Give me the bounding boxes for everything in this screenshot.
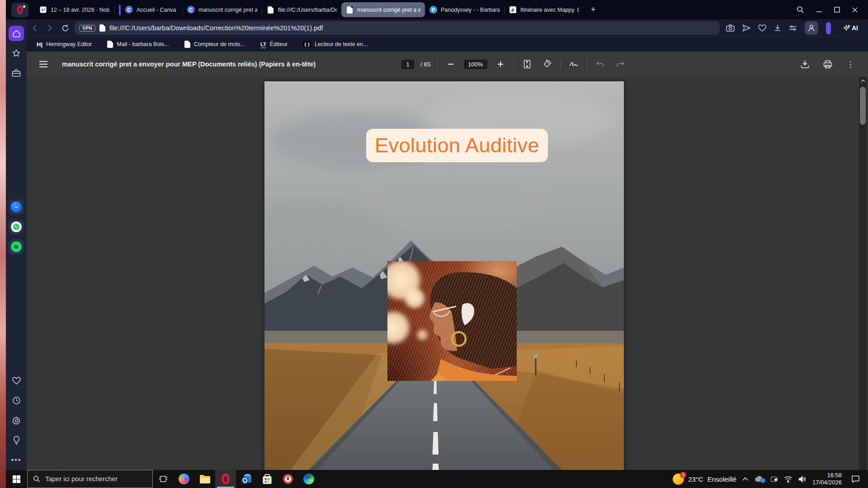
forward-button[interactable] [42,21,57,35]
tab-group-indicator [119,5,121,15]
cover-title: Evolution Auditive [375,134,539,157]
new-tab-button[interactable]: + [587,4,599,16]
task-view-icon[interactable] [153,470,174,488]
menu-icon[interactable] [37,57,50,71]
pdf-document-title: manuscrit corrigé pret a envoyer pour ME… [62,61,316,68]
page-total-label: / 65 [420,61,431,68]
action-center-icon[interactable] [848,475,863,483]
bookmarks-bar: H| Hemingway Editor Mail - barbara Bois.… [27,37,868,52]
camera-icon[interactable] [726,24,735,32]
rotate-icon[interactable] [540,57,554,71]
maximize-button[interactable] [834,7,840,13]
zoom-level-display: 100% [464,60,487,69]
tab-file-pdf[interactable]: file:///C:/Users/barba/Dow [262,2,341,17]
outlook-icon[interactable] [236,470,257,488]
bookmark-hemingway[interactable]: H| Hemingway Editor [37,41,92,48]
tab-mappy[interactable]: Itinéraire avec Mappy. Co [505,2,584,17]
messenger-icon[interactable] [9,199,24,215]
mappy-icon [509,6,517,14]
redo-icon[interactable] [613,57,627,71]
vpn-badge[interactable]: VPN [79,25,95,32]
opera-menu-button[interactable] [11,3,28,17]
scrollbar[interactable] [859,77,867,470]
history-icon[interactable] [9,393,24,408]
bookmark-lecteur[interactable]: { } Lecteur de texte en... [303,41,368,47]
scroll-up-arrow[interactable] [859,78,867,84]
bookmark-mail[interactable]: Mail - barbara Bois... [107,41,169,48]
wifi-icon[interactable] [784,476,793,483]
home-icon[interactable] [9,26,24,41]
heart-icon[interactable] [9,373,24,388]
zoom-in-button[interactable] [494,57,507,71]
copilot-icon[interactable] [174,470,194,488]
onedrive-icon[interactable]: i [754,476,764,482]
spotify-icon[interactable] [9,239,24,254]
clock-date: 17/04/2026 [812,479,842,486]
weather-condition: Ensoleillé [708,475,736,483]
lightbulb-icon[interactable] [9,432,24,448]
opera-icon[interactable] [215,470,236,488]
address-bar-row: VPN file:///C:/Users/barba/Downloads/Cor… [27,19,868,37]
bookmark-compteur[interactable]: Compteur de mots... [184,41,245,48]
desktop-wallpaper-strip [0,0,6,488]
clock-time: 16:58 [812,472,842,479]
scrollbar-thumb[interactable] [860,87,866,125]
cover-title-box: Evolution Auditive [366,129,548,162]
bookmark-editeur[interactable]: LT Éditeur [260,41,288,47]
more-dots-icon[interactable]: ••• [9,452,24,468]
aria-ai-button[interactable]: AI [839,22,863,34]
page-number-input[interactable]: 1 [401,60,414,69]
languagetool-icon: LT [260,42,266,47]
tab-manuscrit-active[interactable]: manuscrit corrigé pret a e [341,2,425,17]
pdf-content-area: Evolution Auditive [27,77,868,470]
tab-strip: 17 12 – 18 avr. 2026 · Notion C Accueil … [6,0,868,19]
settings-icon[interactable] [9,413,24,428]
close-button[interactable] [852,7,858,13]
chevron-up-icon[interactable] [742,477,748,481]
notion-calendar-icon: 17 [39,6,47,14]
start-button[interactable] [6,470,27,488]
purple-extension-icon[interactable] [826,22,831,34]
clock[interactable]: 16:58 17/04/2026 [812,472,842,486]
url-text[interactable]: file:///C:/Users/barba/Downloads/Correct… [109,24,715,32]
back-button[interactable] [27,21,42,35]
pdf-page: Evolution Auditive [264,81,624,470]
weather-widget[interactable]: 3 23°C Ensoleillé [673,474,736,485]
panodyssey-icon: P [429,6,437,14]
send-icon[interactable] [742,24,750,32]
file-icon [99,24,105,32]
tab-panodyssey[interactable]: P Panodyssey - - Barbara W [425,2,504,17]
heart-icon[interactable] [758,24,766,32]
undo-icon[interactable] [594,57,607,71]
reload-button[interactable] [57,21,73,35]
file-icon [107,41,113,48]
print-icon[interactable] [821,57,835,71]
download-icon[interactable] [798,57,812,71]
tab-canva-home[interactable]: C Accueil - Canva [114,2,182,17]
volume-icon[interactable] [798,476,807,483]
tab-notion[interactable]: 17 12 – 18 avr. 2026 · Notion [35,2,114,17]
minimize-button[interactable] [816,7,822,13]
store-icon[interactable] [257,470,278,488]
fit-page-icon[interactable] [520,57,534,71]
briefcase-icon[interactable] [9,66,24,81]
search-icon[interactable] [797,6,804,14]
zoom-out-button[interactable] [444,57,458,71]
more-vert-icon[interactable]: ⋮ [844,57,857,71]
annotate-icon[interactable] [567,57,580,71]
profile-button[interactable] [805,21,818,35]
address-field[interactable]: VPN file:///C:/Users/barba/Downloads/Cor… [75,21,720,35]
taskbar-search-input[interactable]: Taper ici pour rechercher [27,470,153,488]
tab-canva-manuscrit[interactable]: C manuscrit corrigé pret a e [183,2,262,17]
cast-icon[interactable] [770,476,778,483]
lock-app-icon[interactable] [278,470,298,488]
whatsapp-icon[interactable] [9,219,24,235]
tune-icon[interactable] [789,25,797,31]
download-icon[interactable] [774,24,781,32]
search-icon [33,475,40,483]
edge-icon[interactable] [298,470,319,488]
sparkle-icon [843,24,850,32]
star-icon[interactable] [9,46,24,61]
explorer-icon[interactable] [194,470,215,488]
opera-sidebar: ••• [6,19,27,470]
